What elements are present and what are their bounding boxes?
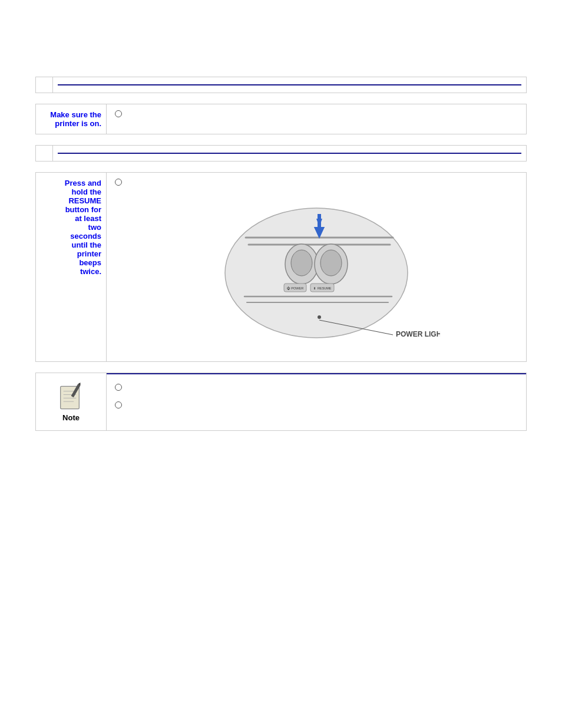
printer-illustration: ⏻ POWER ⏸ RESUME POWER LIGHT [193,185,440,350]
printer-diagram: ⏻ POWER ⏸ RESUME POWER LIGHT [193,185,440,350]
svg-point-17 [318,315,321,319]
radio-bullet-note1 [115,384,122,391]
note-content [107,373,526,430]
svg-text:⏻ POWER: ⏻ POWER [287,286,303,290]
top-area [35,24,527,59]
svg-point-8 [320,250,342,276]
radio-bullet-step4 [115,179,122,186]
divider-line-wrap-1 [53,77,527,93]
note-pad-icon [57,381,86,411]
radio-bullet-step2 [115,110,122,117]
divider-line-wrap-2 [53,145,527,162]
radio-bullet-note2 [115,401,122,409]
step-label-text: Press and hold the RESUME button for at … [65,179,101,276]
power-light-label: POWER LIGHT [396,330,440,338]
note-section: Note [35,373,527,431]
divider-box-1 [35,77,53,93]
divider-row-1 [35,77,527,93]
divider-line-1 [58,84,521,85]
step-make-sure-printer-on: Make sure the printer is on. [35,104,527,134]
note-icon-cell: Note [36,373,107,430]
step-press-hold-resume: Press and hold the RESUME button for at … [35,172,527,362]
svg-point-7 [291,250,312,276]
step-content-press-hold: ⏻ POWER ⏸ RESUME POWER LIGHT [107,173,526,361]
divider-box-2 [35,145,53,162]
note-label: Note [62,413,80,422]
divider-line-2 [58,153,521,154]
step-content-make-sure [107,104,526,134]
step-label-press-hold: Press and hold the RESUME button for at … [36,173,107,361]
svg-text:⏸ RESUME: ⏸ RESUME [313,286,331,290]
divider-row-2 [35,145,527,162]
note-item-1 [115,383,518,393]
svg-rect-14 [318,214,321,227]
step-label-make-sure: Make sure the printer is on. [36,104,107,134]
note-item-2 [115,400,518,411]
